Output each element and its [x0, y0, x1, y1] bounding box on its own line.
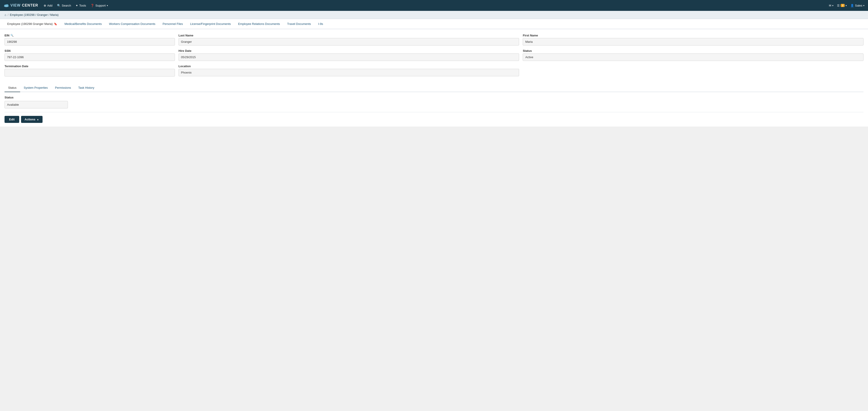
inner-tab-task-label: Task History — [78, 86, 94, 89]
search-icon: 🔍 — [57, 4, 61, 7]
hire-date-group: Hire Date 05/29/2015 — [179, 49, 519, 61]
edit-button[interactable]: Edit — [4, 116, 19, 123]
chevron-down-icon: ▾ — [832, 4, 833, 7]
bookmark-icon: 🔖 — [54, 23, 57, 26]
tools-icon: ✦ — [75, 4, 78, 7]
tab-relations-label: Employee Relations Documents — [238, 22, 280, 26]
magnify-icon: 🔍 — [10, 34, 13, 37]
tab-personnel-label: Personnel Files — [163, 22, 183, 26]
status-field-value: Active — [523, 54, 864, 61]
navbar-right: ✉ ▾ ☰ 2 ▾ 👤 Sales ▾ — [829, 4, 864, 7]
list-button[interactable]: ☰ 2 ▾ — [837, 4, 847, 7]
ssn-value: 797-22-1096 — [4, 54, 175, 61]
nav-add-label: Add — [47, 4, 53, 7]
location-group: Location Phoenix — [179, 64, 519, 76]
breadcrumb-employee-link[interactable]: Employee (190298 / Granger / Maria) — [10, 13, 58, 17]
tab-personnel-files[interactable]: Personnel Files — [159, 19, 187, 29]
inbox-icon: ✉ — [829, 4, 831, 7]
tab-license-label: License/Fingerprint Documents — [190, 22, 231, 26]
brand-view: VIEW — [10, 3, 21, 7]
inner-tab-system-properties[interactable]: System Properties — [20, 84, 51, 92]
status-panel-label: Status — [4, 96, 864, 99]
bottom-actions: Edit Actions ▲ — [0, 112, 868, 127]
caret-up-icon: ▲ — [37, 118, 39, 121]
placeholder-group — [523, 64, 864, 76]
tab-medical-label: Medical/Benefits Documents — [64, 22, 102, 26]
tab-medical-benefits[interactable]: Medical/Benefits Documents — [61, 19, 105, 29]
inner-tab-task-history[interactable]: Task History — [75, 84, 98, 92]
nav-search[interactable]: 🔍 Search — [57, 4, 71, 7]
first-name-value: Maria — [523, 38, 864, 45]
inner-tab-permissions[interactable]: Permissions — [51, 84, 75, 92]
document-tabs: Employee (190298 Granger Maria) 🔖 Medica… — [0, 19, 868, 29]
inner-tabs: Status System Properties Permissions Tas… — [4, 84, 864, 92]
question-circle-icon: ❓ — [91, 4, 94, 7]
inner-tab-status[interactable]: Status — [4, 84, 20, 92]
actions-label: Actions — [25, 118, 35, 121]
hire-date-label: Hire Date — [179, 49, 519, 53]
tab-i9s-label: I-9s — [318, 22, 323, 26]
form-row-2: SSN 797-22-1096 Hire Date 05/29/2015 Sta… — [4, 49, 864, 61]
termination-date-label: Termination Date — [4, 64, 175, 68]
employee-form: EIN 🔍 190298 Last Name Granger First Nam… — [0, 29, 868, 84]
termination-date-group: Termination Date — [4, 64, 175, 76]
nav-support-label: Support — [95, 4, 106, 7]
main-content: Employee (190298 Granger Maria) 🔖 Medica… — [0, 19, 868, 127]
user-icon: 👤 — [850, 4, 854, 7]
first-name-group: First Name Maria — [523, 34, 864, 45]
svg-point-3 — [4, 5, 8, 7]
ein-group: EIN 🔍 190298 — [4, 34, 175, 45]
brand-center: CENTER — [22, 3, 38, 7]
status-group: Status Active — [523, 49, 864, 61]
tab-license-fingerprint[interactable]: License/Fingerprint Documents — [186, 19, 235, 29]
tab-employee-label: Employee (190298 Granger Maria) — [7, 22, 53, 26]
nav-items: ⊕ Add 🔍 Search ✦ Tools ❓ Support ▾ — [44, 4, 824, 7]
status-panel: Status Available — [0, 92, 868, 112]
inner-tab-system-label: System Properties — [24, 86, 48, 89]
plus-circle-icon: ⊕ — [44, 4, 46, 7]
nav-search-label: Search — [62, 4, 71, 7]
ein-value: 190298 — [4, 38, 175, 45]
nav-tools[interactable]: ✦ Tools — [75, 4, 86, 7]
location-value: Phoenix — [179, 69, 519, 76]
breadcrumb-separator: / — [8, 13, 9, 17]
ein-label: EIN 🔍 — [4, 34, 175, 37]
user-label: Sales — [855, 4, 862, 7]
nav-add[interactable]: ⊕ Add — [44, 4, 53, 7]
chevron-down-icon: ▾ — [846, 4, 847, 7]
tab-workers-label: Workers Compensation Documents — [109, 22, 155, 26]
first-name-label: First Name — [523, 34, 864, 37]
tab-workers-comp[interactable]: Workers Compensation Documents — [105, 19, 159, 29]
list-badge: 2 — [841, 4, 845, 7]
nav-support[interactable]: ❓ Support ▾ — [91, 4, 108, 7]
chevron-down-icon: ▾ — [107, 4, 108, 7]
form-row-1: EIN 🔍 190298 Last Name Granger First Nam… — [4, 34, 864, 45]
navbar: VIEWCENTER ⊕ Add 🔍 Search ✦ Tools ❓ Supp… — [0, 0, 868, 11]
ssn-group: SSN 797-22-1096 — [4, 49, 175, 61]
status-field-label: Status — [523, 49, 864, 53]
status-panel-value: Available — [4, 101, 68, 108]
brand-logo[interactable]: VIEWCENTER — [4, 3, 38, 7]
breadcrumb: ⌂ / Employee (190298 / Granger / Maria) — [0, 11, 868, 19]
tab-i9s[interactable]: I-9s — [314, 19, 327, 29]
tab-employee-relations[interactable]: Employee Relations Documents — [235, 19, 283, 29]
inner-tab-status-label: Status — [8, 86, 17, 89]
nav-tools-label: Tools — [79, 4, 86, 7]
hire-date-value: 05/29/2015 — [179, 54, 519, 61]
home-icon[interactable]: ⌂ — [4, 13, 6, 17]
form-row-3: Termination Date Location Phoenix — [4, 64, 864, 76]
termination-date-value — [4, 69, 175, 76]
inbox-button[interactable]: ✉ ▾ — [829, 4, 833, 7]
last-name-group: Last Name Granger — [179, 34, 519, 45]
ssn-label: SSN — [4, 49, 175, 53]
list-icon: ☰ — [837, 4, 840, 7]
tab-travel-docs[interactable]: Travel Documents — [283, 19, 314, 29]
tab-employee-record[interactable]: Employee (190298 Granger Maria) 🔖 — [4, 19, 61, 29]
actions-button[interactable]: Actions ▲ — [21, 116, 43, 123]
last-name-value: Granger — [179, 38, 519, 45]
location-label: Location — [179, 64, 519, 68]
user-menu-button[interactable]: 👤 Sales ▾ — [850, 4, 864, 7]
edit-label: Edit — [9, 118, 15, 121]
chevron-down-icon: ▾ — [863, 4, 864, 7]
inner-tab-permissions-label: Permissions — [55, 86, 71, 89]
